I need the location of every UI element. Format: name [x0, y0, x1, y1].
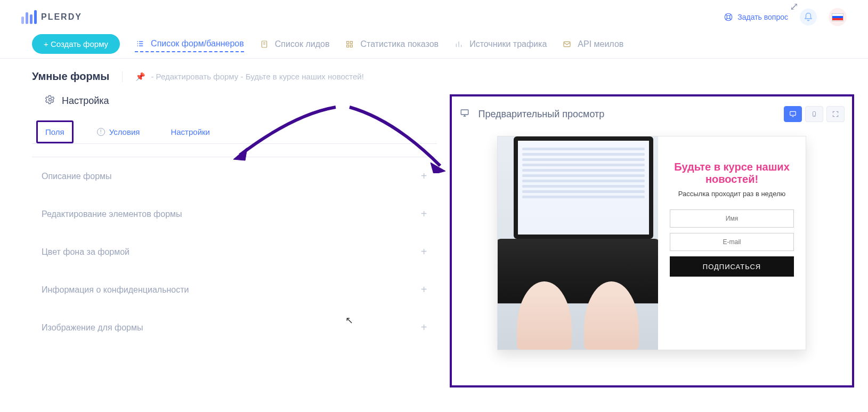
svg-rect-5: [347, 45, 349, 47]
topbar: PLERDY Задать вопрос: [0, 0, 868, 34]
expand-icon: [832, 110, 839, 118]
device-mobile-button[interactable]: [805, 106, 823, 122]
lifebuoy-icon: [724, 12, 733, 22]
flag-ru-icon: [832, 13, 843, 21]
nav-item-forms-list[interactable]: Список форм/баннеров: [135, 36, 244, 52]
expand-icon: +: [421, 284, 427, 296]
accordion-item-description[interactable]: Описание формы +: [32, 157, 437, 195]
ask-question-link[interactable]: Задать вопрос: [724, 12, 788, 22]
expand-icon: +: [421, 321, 427, 334]
svg-rect-10: [790, 111, 796, 115]
divider: [122, 71, 123, 82]
nav-item-api-mails[interactable]: API меилов: [562, 37, 623, 52]
accordion-label: Описание формы: [42, 172, 112, 181]
accordion-item-privacy[interactable]: Информация о конфиденциальности +: [32, 271, 437, 309]
nav-item-leads-list[interactable]: Список лидов: [259, 37, 330, 52]
accordion-item-bgcolor[interactable]: Цвет фона за формой +: [32, 233, 437, 271]
popup-title: Будьте в курсе наших новостей!: [670, 161, 794, 185]
device-expand-button[interactable]: [826, 106, 845, 122]
popup-image: [498, 136, 658, 350]
settings-header: Настройка: [45, 94, 437, 108]
tab-fields[interactable]: Поля: [36, 120, 74, 143]
popup-preview: Будьте в курсе наших новостей! Рассылка …: [497, 136, 806, 350]
nav-item-label: API меилов: [578, 39, 623, 49]
primary-nav: + Создать форму Список форм/баннеров Спи…: [0, 34, 868, 59]
bell-icon: [804, 12, 813, 22]
breadcrumb-text: - Редактировать форму - Будьте в курсе н…: [151, 72, 364, 81]
mobile-icon: [811, 110, 817, 118]
tab-label: Условия: [109, 127, 140, 136]
tab-label: Поля: [45, 127, 64, 136]
preview-panel: Предварительный просмотр: [450, 94, 855, 387]
monitor-icon: [459, 108, 470, 120]
nav-item-label: Список лидов: [275, 39, 330, 49]
info-icon: !: [97, 128, 105, 136]
settings-title: Настройка: [62, 95, 109, 107]
nav-item-label: Источники трафика: [469, 39, 547, 49]
nav-item-label: Список форм/баннеров: [151, 39, 244, 49]
accordion-label: Информация о конфиденциальности: [42, 285, 189, 295]
notifications-button[interactable]: [800, 9, 817, 26]
brand-text: PLERDY: [41, 12, 82, 22]
mail-icon: [562, 39, 572, 50]
svg-point-8: [49, 99, 52, 101]
svg-point-1: [727, 15, 730, 19]
svg-rect-3: [347, 41, 349, 43]
expand-icon: +: [421, 170, 427, 182]
svg-rect-6: [351, 45, 353, 47]
page-header: Умные формы 📌 - Редактировать форму - Бу…: [0, 59, 868, 83]
popup-subscribe-button[interactable]: ПОДПИСАТЬСЯ: [670, 256, 794, 277]
editor-tabs: Поля ! Условия Настройки: [32, 120, 437, 144]
accordion-list: Описание формы + Редактирование элементо…: [32, 157, 437, 346]
svg-point-12: [814, 116, 815, 116]
language-switch[interactable]: [829, 8, 847, 26]
ask-question-label: Задать вопрос: [737, 13, 788, 21]
accordion-label: Цвет фона за формой: [42, 247, 129, 257]
svg-rect-9: [461, 110, 468, 115]
list-icon: [135, 38, 145, 49]
preview-title: Предварительный просмотр: [478, 109, 605, 120]
accordion-item-elements[interactable]: Редактирование элементов формы +: [32, 195, 437, 233]
breadcrumb: 📌 - Редактировать форму - Будьте в курсе…: [135, 72, 364, 82]
nav-item-traffic-sources[interactable]: Источники трафика: [453, 37, 547, 52]
bars-icon: [453, 39, 464, 50]
popup-name-input[interactable]: [670, 209, 794, 228]
page-icon: [259, 39, 270, 50]
tab-label: Настройки: [171, 127, 210, 136]
accordion-label: Изображение для формы: [42, 323, 143, 333]
nav-item-label: Статистика показов: [360, 39, 439, 49]
popup-email-input[interactable]: [670, 233, 794, 251]
tab-settings[interactable]: Настройки: [163, 120, 217, 143]
logo-bars-icon: [21, 10, 37, 24]
nav-item-stats[interactable]: Статистика показов: [344, 37, 439, 52]
brand-logo[interactable]: PLERDY: [21, 10, 82, 24]
desktop-icon: [789, 110, 797, 118]
cursor-icon: ↖: [345, 314, 353, 326]
svg-rect-4: [351, 41, 353, 43]
device-desktop-button[interactable]: [784, 106, 802, 122]
popup-subtitle: Рассылка проходит раз в неделю: [670, 190, 794, 198]
create-form-button[interactable]: + Создать форму: [32, 34, 120, 54]
expand-icon: +: [421, 208, 427, 220]
expand-icon: +: [421, 246, 427, 258]
tab-conditions[interactable]: ! Условия: [90, 120, 148, 143]
move-handle-icon: ⤢: [790, 0, 799, 13]
accordion-item-image[interactable]: Изображение для формы +: [32, 309, 437, 346]
pin-icon: 📌: [135, 72, 145, 82]
grid-icon: [344, 39, 355, 50]
page-title: Умные формы: [32, 70, 109, 83]
accordion-label: Редактирование элементов формы: [42, 209, 182, 219]
gear-icon: [45, 94, 55, 108]
